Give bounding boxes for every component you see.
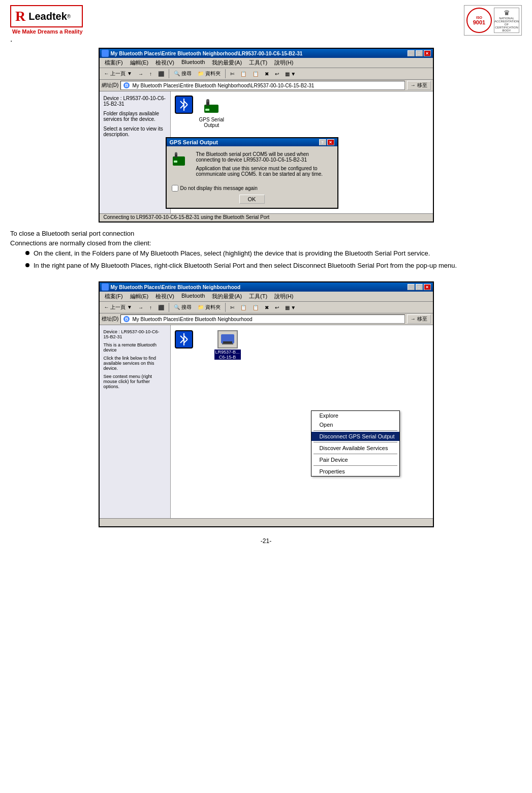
undo-button[interactable]: ↩ [272,70,281,78]
menu-bluetooth[interactable]: Bluetooth [178,58,208,67]
cut-button[interactable]: ✄ [228,70,237,78]
window1-controls[interactable]: _ □ ✕ [408,50,431,56]
context-pair[interactable]: Pair Device [311,455,399,464]
menu2-view[interactable]: 檢視(V) [152,292,177,301]
maximize-button2[interactable]: □ [416,284,423,290]
gps-icon-label: GPS SerialOutput [199,117,224,128]
menu-favorites[interactable]: 我的最愛(A) [209,58,245,67]
search-button[interactable]: 🔍 搜尋 [171,69,194,78]
stop-button2[interactable]: ⬛ [155,304,167,311]
svg-rect-11 [205,109,209,111]
page-number: -21- [0,537,532,545]
maximize-button[interactable]: □ [416,50,423,56]
dialog-icon-area [172,151,192,180]
context-properties[interactable]: Properties [311,467,399,476]
delete-button2[interactable]: ✖ [262,304,271,311]
bluetooth-icon-item[interactable] [175,96,193,114]
forward-button[interactable]: → [136,70,146,78]
svg-point-0 [103,51,107,55]
device-icon-item[interactable]: LR9537-B...C6-15-B [214,330,241,360]
device-name2: Device : LR9537-00-10-C6-15-B2-31 [104,329,166,339]
context-explore[interactable]: Explore [311,411,399,420]
close-button[interactable]: ✕ [424,50,431,56]
copy-button[interactable]: 📋 [238,70,249,78]
menu2-bluetooth[interactable]: Bluetooth [178,292,208,301]
minimize-button[interactable]: _ [408,50,415,56]
address-label: 網址(D) [102,82,119,89]
bluetooth-icon-item2[interactable] [175,330,193,348]
undo-button2[interactable]: ↩ [272,304,281,311]
window1-left-pane: Device : LR9537-00-10-C6-15-B2-31 Folder… [100,91,171,213]
menu2-favorites[interactable]: 我的最愛(A) [209,292,245,301]
dialog-title: GPS Serial Output [170,139,218,145]
svg-text:B: B [125,316,129,322]
view-button[interactable]: ▦ ▼ [283,70,299,78]
dialog-ok-button[interactable]: OK [239,195,265,204]
svg-line-5 [184,105,187,108]
context-sep3 [314,454,397,454]
copy-button2[interactable]: 📋 [238,304,249,311]
paste-button[interactable]: 📋 [250,70,261,78]
paste-button2[interactable]: 📋 [250,304,261,311]
folders-button[interactable]: 📁 資料夾 [195,69,223,78]
address-go-button[interactable]: → 移至 [407,81,431,90]
window1-toolbar: ← 上一頁 ▼ → ↑ ⬛ 🔍 搜尋 📁 資料夾 ✄ 📋 📋 ✖ ↩ ▦ ▼ [100,68,433,80]
svg-line-21 [184,339,187,343]
gps-icon-item[interactable]: GPS SerialOutput [199,98,224,128]
window2-titlebar: My Bluetooth Places\Entire Bluetooth Nei… [100,282,433,292]
menu-file[interactable]: 檔案(F) [102,58,126,67]
toolbar-sep1 [169,69,169,78]
window1-statusbar: Connecting to LR9537-00-10-C6-15-B2-31 u… [100,213,433,221]
close-button2[interactable]: ✕ [424,284,431,290]
stop-button[interactable]: ⬛ [155,70,167,78]
context-sep1 [314,430,397,431]
logo-area: R Leadtek® We Make Dreams a Reality [10,5,83,35]
bluetooth-titlebar-icon2 [102,283,109,291]
context-discover[interactable]: Discover Available Services [311,443,399,453]
dialog-help-button[interactable]: ? [319,139,326,145]
bullet-text-2: In the right pane of My Bluetooth Places… [34,261,457,270]
no-display-checkbox[interactable] [172,185,178,192]
address-input2[interactable]: B My Bluetooth Places\Entire Bluetooth N… [120,314,404,324]
menu2-tools[interactable]: 工具(T) [246,292,270,301]
svg-rect-15 [174,161,177,163]
back-button2[interactable]: ← 上一頁 ▼ [102,303,135,312]
search-button2[interactable]: 🔍 搜尋 [171,303,194,312]
dialog-text2: Application that use this service must b… [196,166,332,177]
menu-help[interactable]: 說明(H) [271,58,296,67]
dialog-close-button[interactable]: ✕ [327,139,334,145]
statusbar-text: Connecting to LR9537-00-10-C6-15-B2-31 u… [104,214,270,220]
menu2-help[interactable]: 說明(H) [271,292,296,301]
menu-tools[interactable]: 工具(T) [246,58,270,67]
menu2-file[interactable]: 檔案(F) [102,292,126,301]
window2-addressbar: 標址(D) B My Bluetooth Places\Entire Bluet… [100,313,433,325]
view-button2[interactable]: ▦ ▼ [283,304,299,311]
bullet-circle-1 [25,251,29,255]
context-open[interactable]: Open [311,420,399,429]
context-sep2 [314,442,397,442]
device-name: Device : LR9537-00-10-C6-15-B2-31 [104,96,166,107]
iso-sub-text: NATIONALACCREDITATIONOF CERTIFICATIONBOD… [494,17,519,32]
dialog-buttons: OK [167,195,337,208]
back-button[interactable]: ← 上一頁 ▼ [102,69,135,78]
window1-menubar: 檔案(F) 編輯(E) 檢視(V) Bluetooth 我的最愛(A) 工具(T… [100,58,433,68]
menu-view[interactable]: 檢視(V) [152,58,177,67]
folders-button2[interactable]: 📁 資料夾 [195,303,223,312]
header: R Leadtek® We Make Dreams a Reality ISO … [0,0,532,36]
context-disconnect[interactable]: Disconnect GPS Serial Output [311,432,399,441]
forward-button2[interactable]: → [136,304,146,311]
minimize-button2[interactable]: _ [408,284,415,290]
up-button2[interactable]: ↑ [147,304,154,311]
context-sep4 [314,465,397,466]
bullet-text-1: On the client, in the Folders pane of My… [34,249,430,258]
address-go-button2[interactable]: → 移至 [407,314,431,324]
section1-para: Connections are normally closed from the… [10,239,522,247]
menu2-edit[interactable]: 編輯(E) [127,292,152,301]
cut-button2[interactable]: ✄ [228,304,237,311]
menu-edit[interactable]: 編輯(E) [127,58,152,67]
up-button[interactable]: ↑ [147,70,154,78]
window2-controls[interactable]: _ □ ✕ [408,284,431,290]
address-input[interactable]: B My Bluetooth Places\Entire Bluetooth N… [120,81,404,90]
window1-addressbar: 網址(D) B My Bluetooth Places\Entire Bluet… [100,80,433,91]
delete-button[interactable]: ✖ [262,70,271,78]
